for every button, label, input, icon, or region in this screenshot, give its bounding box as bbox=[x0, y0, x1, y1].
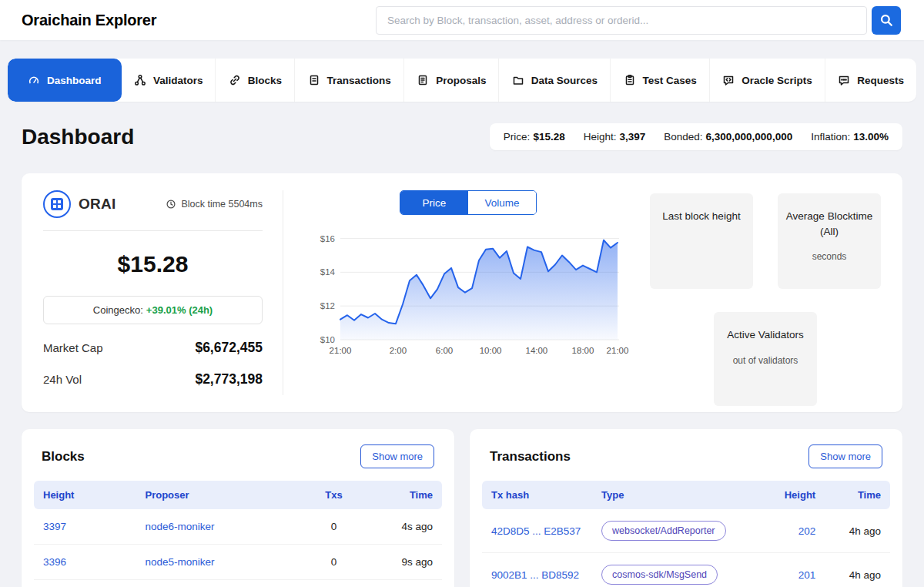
block-time-ago: 9s ago bbox=[360, 545, 442, 580]
main-nav: Dashboard Validators Blocks Transactions… bbox=[8, 59, 916, 102]
transactions-icon bbox=[308, 74, 320, 86]
nav-item-data-sources[interactable]: Data Sources bbox=[500, 59, 611, 102]
nav-item-label: Dashboard bbox=[47, 75, 102, 86]
validators-icon bbox=[134, 74, 146, 86]
nav-item-blocks[interactable]: Blocks bbox=[216, 59, 295, 102]
nav-item-label: Transactions bbox=[327, 75, 391, 86]
search-icon bbox=[879, 13, 893, 27]
change-value: +39.01% (24h) bbox=[146, 304, 213, 316]
transactions-table: Tx hash Type Height Time 42D8D5 ... E2B5… bbox=[482, 481, 890, 587]
blocks-panel-title: Blocks bbox=[42, 449, 85, 465]
search-button[interactable] bbox=[872, 6, 901, 35]
nav-item-dashboard[interactable]: Dashboard bbox=[8, 59, 122, 102]
x-tick-label: 14:00 bbox=[525, 346, 547, 355]
average-blocktime-card: Average Blocktime (All) seconds bbox=[778, 193, 881, 289]
nav-item-label: Proposals bbox=[436, 75, 486, 86]
tx-height-link[interactable]: 202 bbox=[798, 525, 816, 537]
blocks-show-more-button[interactable]: Show more bbox=[360, 444, 434, 468]
market-cap-value: $6,672,455 bbox=[195, 340, 263, 356]
tx-type-badge[interactable]: cosmos-sdk/MsgSend bbox=[601, 565, 718, 585]
page-title: Dashboard bbox=[22, 125, 134, 149]
dashboard-icon bbox=[28, 74, 40, 86]
txs-count: 0 bbox=[307, 545, 360, 580]
last-block-height-card: Last block height bbox=[650, 193, 753, 289]
app-title: Oraichain Explorer bbox=[22, 12, 156, 29]
block-time-ago: 4s ago bbox=[360, 509, 442, 545]
x-tick-label: 21:00 bbox=[607, 346, 629, 355]
table-row: 9002B1 ... BD8592 cosmos-sdk/MsgSend 201… bbox=[482, 553, 890, 587]
tx-hash-link[interactable]: 42D8D5 ... E2B537 bbox=[491, 525, 581, 537]
overview-card: ORAI Block time 5504ms $15.28 Coingecko:… bbox=[22, 173, 902, 412]
requests-icon bbox=[838, 74, 850, 86]
tx-hash-link[interactable]: 9002B1 ... BD8592 bbox=[491, 569, 579, 581]
stat-bonded: Bonded:6,300,000,000,000 bbox=[664, 131, 792, 143]
proposer-link[interactable]: node6-moniker bbox=[146, 521, 215, 532]
svg-text:$16: $16 bbox=[320, 234, 335, 243]
transactions-panel-title: Transactions bbox=[490, 449, 571, 465]
app-header: Oraichain Explorer bbox=[0, 0, 924, 40]
nav-item-label: Oracle Scripts bbox=[742, 75, 812, 86]
stat-price: Price:$15.28 bbox=[504, 131, 565, 143]
volume-row: 24h Vol$2,773,198 bbox=[43, 371, 263, 387]
tx-type-badge[interactable]: websocket/AddReporter bbox=[601, 521, 725, 541]
price-toggle-button[interactable]: Price bbox=[400, 191, 468, 214]
x-tick-label: 6:00 bbox=[436, 346, 453, 355]
search-input[interactable] bbox=[376, 6, 867, 35]
nav-item-transactions[interactable]: Transactions bbox=[296, 59, 404, 102]
test-cases-icon bbox=[624, 74, 636, 86]
chart-toggle: Price Volume bbox=[400, 190, 537, 215]
table-header-row: Height Proposer Txs Time bbox=[34, 481, 442, 509]
stat-height: Height:3,397 bbox=[584, 131, 646, 143]
coingecko-change: Coingecko:+39.01% (24h) bbox=[43, 296, 263, 324]
market-cap-row: Market Cap$6,672,455 bbox=[43, 340, 263, 356]
transactions-panel: Transactions Show more Tx hash Type Heig… bbox=[470, 429, 902, 587]
table-row: 42D8D5 ... E2B537 websocket/AddReporter … bbox=[482, 509, 890, 553]
proposer-link[interactable]: node5-moniker bbox=[146, 556, 215, 568]
blocks-panel: Blocks Show more Height Proposer Txs Tim… bbox=[22, 429, 454, 587]
chain-stats: Price:$15.28 Height:3,397 Bonded:6,300,0… bbox=[490, 123, 902, 150]
bottom-panels: Blocks Show more Height Proposer Txs Tim… bbox=[22, 429, 902, 587]
divider bbox=[43, 230, 263, 231]
volume-value: $2,773,198 bbox=[195, 371, 263, 387]
tx-height-link[interactable]: 201 bbox=[798, 569, 816, 581]
tx-time-ago: 4h ago bbox=[825, 553, 890, 587]
blocks-icon bbox=[229, 74, 241, 86]
token-name: ORAI bbox=[79, 196, 116, 213]
price-chart: $16$14$12$10 bbox=[314, 227, 622, 344]
nav-item-proposals[interactable]: Proposals bbox=[404, 59, 499, 102]
x-tick-label: 18:00 bbox=[572, 346, 594, 355]
nav-item-requests[interactable]: Requests bbox=[825, 59, 916, 102]
page-head: Dashboard Price:$15.28 Height:3,397 Bond… bbox=[22, 123, 902, 150]
stat-inflation: Inflation:13.00% bbox=[811, 131, 889, 143]
nav-item-label: Data Sources bbox=[531, 75, 598, 86]
nav-item-validators[interactable]: Validators bbox=[122, 59, 216, 102]
svg-text:$12: $12 bbox=[320, 301, 335, 310]
x-tick-label: 2:00 bbox=[390, 346, 407, 355]
nav-item-label: Test Cases bbox=[643, 75, 697, 86]
nav-item-test-cases[interactable]: Test Cases bbox=[611, 59, 710, 102]
block-height-link[interactable]: 3396 bbox=[43, 556, 66, 568]
nav-item-oracle-scripts[interactable]: Oracle Scripts bbox=[710, 59, 825, 102]
table-header-row: Tx hash Type Height Time bbox=[482, 481, 890, 509]
volume-toggle-button[interactable]: Volume bbox=[468, 191, 536, 214]
nav-item-label: Validators bbox=[153, 75, 203, 86]
network-cards: Last block height Average Blocktime (All… bbox=[650, 190, 881, 395]
nav-item-label: Requests bbox=[857, 75, 904, 86]
token-price: $15.28 bbox=[43, 251, 263, 277]
table-row: 3397 node6-moniker 0 4s ago bbox=[34, 509, 442, 545]
block-time: Block time 5504ms bbox=[166, 199, 263, 210]
x-tick-label: 21:00 bbox=[330, 346, 352, 355]
oracle-scripts-icon bbox=[722, 74, 735, 86]
block-height-link[interactable]: 3397 bbox=[43, 521, 66, 532]
svg-text:$14: $14 bbox=[320, 267, 336, 277]
transactions-show-more-button[interactable]: Show more bbox=[808, 444, 882, 468]
clock-icon bbox=[166, 199, 176, 210]
orai-logo-icon bbox=[43, 190, 71, 218]
x-tick-label: 10:00 bbox=[480, 346, 502, 355]
svg-text:$10: $10 bbox=[320, 335, 335, 344]
table-row: 3396 node5-moniker 0 9s ago bbox=[34, 545, 442, 580]
token-summary: ORAI Block time 5504ms $15.28 Coingecko:… bbox=[43, 190, 283, 395]
nav-item-label: Blocks bbox=[248, 75, 282, 86]
chart-x-axis: 21:002:006:0010:0014:0018:0021:00 bbox=[314, 344, 622, 357]
proposals-icon bbox=[417, 74, 429, 86]
